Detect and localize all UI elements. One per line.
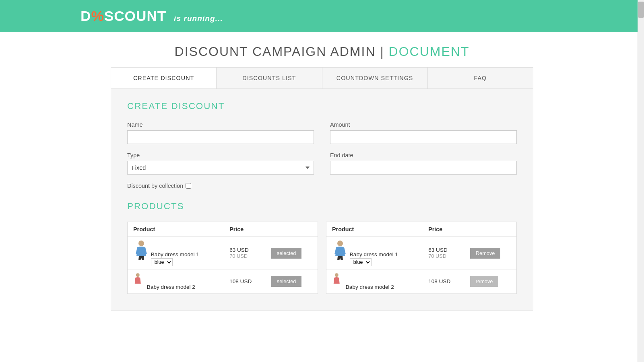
amount-input[interactable] [330, 130, 517, 144]
right-price-cell-2: 108 USD [423, 269, 464, 293]
type-select[interactable]: Fixed Percentage [127, 161, 314, 175]
left-price-2: 108 USD [229, 278, 252, 284]
products-right-table-wrap: Product Price [326, 222, 517, 294]
form-group-enddate: End date [330, 152, 517, 175]
document-label: DOCUMENT [389, 44, 470, 59]
form-group-type: Type Fixed Percentage [127, 152, 314, 175]
scrollbar[interactable] [638, 0, 644, 311]
create-discount-title: CREATE DISCOUNT [127, 101, 517, 111]
products-right-table: Product Price [326, 222, 516, 294]
right-product-cell-1: Baby dress model 1 blue [326, 237, 423, 270]
product-name-right-1: Baby dress model 1 [350, 251, 398, 257]
logo-d: D [80, 8, 91, 24]
left-action-cell-2[interactable]: selected [266, 269, 318, 293]
right-action-cell-2[interactable]: remove [464, 269, 516, 293]
logo-rest: SCOUNT [104, 8, 167, 24]
variant-select-right-1[interactable]: blue [350, 258, 372, 266]
products-grid: Product Price [127, 222, 517, 294]
product-name-right-2: Baby dress model 2 [346, 284, 394, 290]
name-label: Name [127, 121, 314, 128]
name-input[interactable] [127, 130, 314, 144]
remove-button-1[interactable]: Remove [470, 248, 501, 259]
selected-button-2[interactable]: selected [271, 276, 302, 287]
table-row: Baby dress model 2 108 USD remove [326, 269, 516, 293]
running-text: is running... [174, 14, 223, 23]
table-row: Baby dress model 2 108 USD selected [128, 269, 318, 293]
right-price-1: 63 USD [428, 247, 448, 253]
product-thumbnail-1 [133, 240, 149, 260]
form-group-amount: Amount [330, 121, 517, 144]
document-link[interactable]: DOCUMENT [389, 44, 470, 59]
tabs-container: CREATE DISCOUNT DISCOUNTS LIST COUNTDOWN… [111, 67, 533, 88]
left-col-price: Price [224, 222, 266, 237]
remove-button-2[interactable]: remove [470, 276, 499, 287]
right-col-action [464, 222, 516, 237]
product-info-right-2: Baby dress model 2 [346, 284, 394, 290]
product-info-2: Baby dress model 2 [147, 284, 195, 290]
right-original-price-1: 70 USD [428, 253, 459, 259]
product-name-2: Baby dress model 2 [147, 284, 195, 290]
logo: D%SCOUNT is running... [80, 8, 223, 24]
product-thumbnail-2 [133, 273, 145, 288]
left-price-cell-1: 63 USD 70 USD [224, 237, 266, 270]
variant-select-1[interactable]: blue [151, 258, 173, 266]
products-left-table: Product Price [128, 222, 318, 294]
amount-label: Amount [330, 121, 517, 128]
logo-slash: % [91, 8, 104, 24]
products-section: PRODUCTS Product Price [127, 201, 517, 294]
product-variant-right-1: blue [350, 258, 398, 266]
main-content: CREATE DISCOUNT Name Amount Type Fixed P… [111, 88, 533, 311]
selected-button-1[interactable]: selected [271, 248, 302, 259]
left-price-1: 63 USD [229, 247, 249, 253]
discount-collection-row: Discount by collection [127, 183, 517, 189]
enddate-label: End date [330, 152, 517, 158]
svg-point-3 [335, 273, 339, 277]
page-title-left: DISCOUNT CAMPAIGN ADMIN [175, 44, 376, 59]
product-info-right-1: Baby dress model 1 blue [350, 251, 398, 266]
right-col-product: Product [326, 222, 423, 237]
tab-countdown-settings[interactable]: COUNTDOWN SETTINGS [322, 68, 428, 88]
products-title: PRODUCTS [127, 201, 517, 212]
left-col-product: Product [128, 222, 224, 237]
type-label: Type [127, 152, 314, 158]
left-product-cell-1: Baby dress model 1 blue [128, 237, 224, 270]
svg-point-1 [136, 273, 140, 277]
products-left-table-wrap: Product Price [127, 222, 318, 294]
header: D%SCOUNT is running... [0, 0, 644, 32]
right-price-2: 108 USD [428, 278, 450, 284]
left-original-price-1: 70 USD [229, 253, 260, 259]
form-group-name: Name [127, 121, 314, 144]
right-product-cell-2: Baby dress model 2 [326, 269, 423, 293]
table-row: Baby dress model 1 blue 63 USD [128, 237, 318, 270]
scroll-thumb[interactable] [638, 2, 644, 18]
enddate-input[interactable] [330, 161, 517, 175]
right-action-cell-1[interactable]: Remove [464, 237, 516, 270]
discount-collection-checkbox[interactable] [186, 183, 191, 189]
right-price-cell-1: 63 USD 70 USD [423, 237, 464, 270]
left-col-action [266, 222, 318, 237]
left-product-cell-2: Baby dress model 2 [128, 269, 224, 293]
table-row: Baby dress model 1 blue 63 USD [326, 237, 516, 270]
tab-discounts-list[interactable]: DISCOUNTS LIST [217, 68, 322, 88]
page-title: DISCOUNT CAMPAIGN ADMIN | DOCUMENT [0, 44, 644, 59]
discount-collection-label: Discount by collection [127, 183, 183, 189]
product-variant-1: blue [151, 258, 199, 266]
product-thumbnail-right-1 [332, 240, 348, 260]
tab-faq[interactable]: FAQ [428, 68, 533, 88]
svg-point-2 [337, 241, 343, 246]
tab-create-discount[interactable]: CREATE DISCOUNT [111, 68, 217, 88]
product-thumbnail-right-2 [332, 273, 344, 288]
form-row-name-amount: Name Amount [127, 121, 517, 144]
page-title-separator: | [380, 44, 388, 59]
right-col-price: Price [423, 222, 464, 237]
product-name-1: Baby dress model 1 [151, 251, 199, 257]
form-row-type-enddate: Type Fixed Percentage End date [127, 152, 517, 175]
left-action-cell-1[interactable]: selected [266, 237, 318, 270]
page-title-section: DISCOUNT CAMPAIGN ADMIN | DOCUMENT [0, 32, 644, 67]
product-info-1: Baby dress model 1 blue [151, 251, 199, 266]
svg-point-0 [138, 241, 144, 246]
left-price-cell-2: 108 USD [224, 269, 266, 293]
